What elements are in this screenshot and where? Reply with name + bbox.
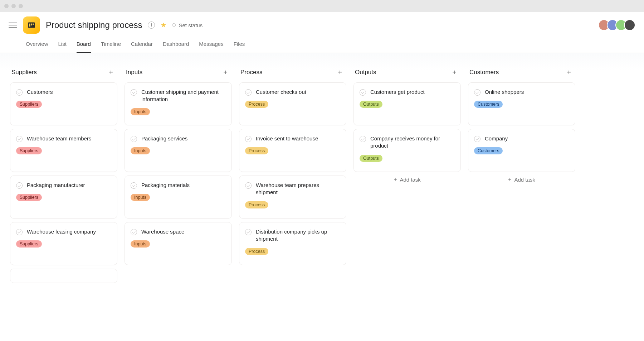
complete-check-icon[interactable] [360, 89, 366, 96]
column-title[interactable]: Suppliers [11, 69, 37, 76]
task-card[interactable]: Packaging servicesInputs [125, 129, 232, 172]
favorite-star-icon[interactable]: ★ [161, 21, 166, 29]
add-task-plus-button[interactable]: + [220, 67, 230, 77]
task-card[interactable]: Customers get productOutputs [353, 82, 461, 125]
tag-outputs[interactable]: Outputs [360, 101, 382, 108]
add-task-button[interactable]: +Add task [353, 172, 461, 187]
complete-check-icon[interactable] [131, 136, 137, 142]
complete-check-icon[interactable] [131, 229, 137, 235]
tab-list[interactable]: List [58, 38, 67, 53]
tag-customers[interactable]: Customers [474, 147, 503, 154]
add-task-plus-button[interactable]: + [564, 67, 574, 77]
card-title-row: Company [474, 135, 569, 142]
tag-suppliers[interactable]: Suppliers [16, 147, 42, 154]
card-title: Distribution company picks up shipment [256, 228, 340, 243]
complete-check-icon[interactable] [131, 182, 137, 189]
add-task-plus-button[interactable]: + [335, 67, 345, 77]
task-card[interactable]: Distribution company picks up shipmentPr… [239, 222, 346, 265]
task-card[interactable]: Warehouse spaceInputs [125, 222, 232, 265]
tag-inputs[interactable]: Inputs [131, 240, 150, 248]
tab-messages[interactable]: Messages [199, 38, 223, 53]
tag-inputs[interactable]: Inputs [131, 108, 150, 115]
tag-suppliers[interactable]: Suppliers [16, 240, 42, 248]
tab-calendar[interactable]: Calendar [131, 38, 153, 53]
tab-files[interactable]: Files [234, 38, 245, 53]
tag-inputs[interactable]: Inputs [131, 194, 150, 201]
complete-check-icon[interactable] [474, 136, 480, 142]
avatar[interactable] [624, 19, 635, 31]
project-icon[interactable] [23, 16, 40, 34]
task-card[interactable]: Customer checks outProcess [239, 82, 346, 125]
member-avatars[interactable] [601, 19, 635, 31]
task-card[interactable]: Online shoppersCustomers [468, 82, 575, 125]
tab-overview[interactable]: Overview [26, 38, 48, 53]
column-header: Process+ [239, 67, 346, 82]
tab-dashboard[interactable]: Dashboard [163, 38, 189, 53]
complete-check-icon[interactable] [245, 182, 252, 189]
task-card[interactable]: Invoice sent to warehouseProcess [239, 129, 346, 172]
task-card[interactable]: CompanyCustomers [468, 129, 575, 172]
task-card[interactable]: Packaging manufacturerSuppliers [10, 176, 117, 218]
project-info-button[interactable]: i [148, 21, 155, 29]
task-card[interactable]: Company receives money for productOutput… [353, 129, 461, 172]
complete-check-icon[interactable] [16, 229, 23, 235]
card-list: Customer shipping and payment informatio… [125, 82, 232, 265]
column-outputs: Outputs+Customers get productOutputsComp… [353, 67, 461, 326]
add-task-label: Add task [514, 177, 535, 183]
card-title: Online shoppers [485, 88, 524, 96]
task-card-placeholder[interactable] [10, 269, 117, 283]
tab-timeline[interactable]: Timeline [101, 38, 121, 53]
tag-process[interactable]: Process [245, 201, 268, 208]
card-title-row: Customer checks out [245, 88, 340, 96]
card-title-row: Packaging services [131, 135, 226, 142]
task-card[interactable]: Warehouse team prepares shipmentProcess [239, 176, 346, 218]
column-title[interactable]: Customers [469, 69, 499, 76]
card-title-row: Warehouse team prepares shipment [245, 182, 340, 196]
tag-process[interactable]: Process [245, 101, 268, 108]
tag-customers[interactable]: Customers [474, 101, 503, 108]
sidebar-toggle-button[interactable] [9, 21, 17, 29]
tag-suppliers[interactable]: Suppliers [16, 194, 42, 201]
complete-check-icon[interactable] [16, 136, 23, 142]
traffic-light-minimize[interactable] [11, 4, 16, 8]
card-title-row: Warehouse team members [16, 135, 111, 142]
card-title-row: Customer shipping and payment informatio… [131, 88, 226, 103]
card-list: Customers get productOutputsCompany rece… [353, 82, 461, 172]
complete-check-icon[interactable] [474, 89, 480, 96]
complete-check-icon[interactable] [245, 229, 252, 235]
add-task-plus-button[interactable]: + [106, 67, 116, 77]
add-task-button[interactable]: +Add task [468, 172, 575, 187]
complete-check-icon[interactable] [16, 89, 23, 96]
column-title[interactable]: Inputs [126, 69, 142, 76]
complete-check-icon[interactable] [360, 136, 366, 142]
column-title[interactable]: Outputs [355, 69, 376, 76]
card-title: Warehouse space [141, 228, 184, 235]
tag-process[interactable]: Process [245, 147, 268, 154]
set-status-button[interactable]: Set status [172, 22, 203, 28]
tab-board[interactable]: Board [77, 38, 91, 53]
column-header: Customers+ [468, 67, 575, 82]
tag-process[interactable]: Process [245, 248, 268, 255]
traffic-light-zoom[interactable] [19, 4, 23, 8]
project-title[interactable]: Product shipping process [46, 20, 142, 30]
tag-suppliers[interactable]: Suppliers [16, 101, 42, 108]
complete-check-icon[interactable] [245, 89, 252, 96]
card-title-row: Customers get product [360, 88, 455, 96]
card-title: Customer checks out [256, 88, 306, 96]
task-card[interactable]: Packaging materialsInputs [125, 176, 232, 218]
task-card[interactable]: Warehouse leasing companySuppliers [10, 222, 117, 265]
tag-outputs[interactable]: Outputs [360, 155, 382, 162]
complete-check-icon[interactable] [131, 89, 137, 96]
card-title: Company [485, 135, 508, 142]
column-title[interactable]: Process [240, 69, 262, 76]
card-list: Customer checks outProcessInvoice sent t… [239, 82, 346, 265]
task-card[interactable]: Warehouse team membersSuppliers [10, 129, 117, 172]
tag-inputs[interactable]: Inputs [131, 147, 150, 154]
complete-check-icon[interactable] [16, 182, 23, 189]
add-task-plus-button[interactable]: + [449, 67, 459, 77]
task-card[interactable]: CustomersSuppliers [10, 82, 117, 125]
traffic-light-close[interactable] [4, 4, 9, 8]
card-title: Company receives money for product [370, 135, 455, 150]
complete-check-icon[interactable] [245, 136, 252, 142]
task-card[interactable]: Customer shipping and payment informatio… [125, 82, 232, 125]
